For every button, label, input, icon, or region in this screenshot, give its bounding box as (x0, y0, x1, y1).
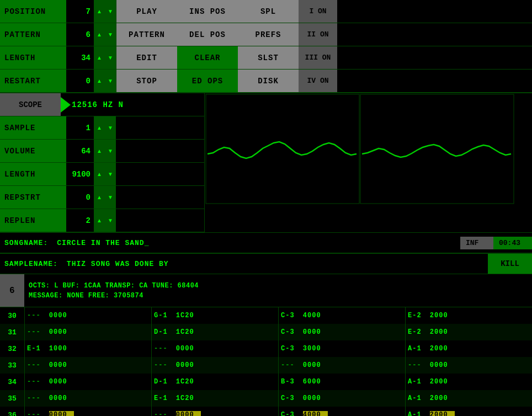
table-row: 35 --- 0000 E-1 1C20 C-3 0000 A-1 2000 (0, 390, 532, 407)
channel-block: --- 0000 (24, 307, 151, 324)
waveform-svg (205, 93, 532, 205)
play-button[interactable]: PLAY (116, 0, 177, 23)
row-num-36: 36 (0, 411, 24, 417)
pattern-up[interactable]: ▲ (94, 23, 105, 46)
table-row: 31 --- 0000 D-1 1C20 C-3 0000 E-2 2000 (0, 324, 532, 340)
channel-block: --- 0000 (24, 374, 151, 390)
row-num-31: 31 (0, 328, 24, 337)
ins-pos-button[interactable]: INS POS (177, 0, 238, 23)
length-up[interactable]: ▲ (94, 46, 105, 69)
channel-block: --- 0000 (405, 357, 532, 374)
channel-block: G-1 1C20 (151, 307, 278, 324)
channel-block: C-3 3000 (278, 340, 405, 357)
sample-down[interactable]: ▼ (105, 116, 116, 139)
volume-value: 64 (66, 140, 94, 162)
position-down[interactable]: ▼ (105, 0, 116, 23)
channel-block: D-1 1C20 (151, 324, 278, 340)
song-name-label: SONGNAME: (0, 237, 52, 249)
main-container: POSITION 7 ▲ ▼ PLAY INS POS SPL I ON PAT… (0, 0, 532, 416)
edit-button[interactable]: EDIT (116, 46, 177, 69)
channel-block: E-1 1C20 (151, 390, 278, 407)
channel-block: C-3 4000 (278, 407, 405, 416)
restart-row: RESTART 0 ▲ ▼ STOP ED OPS DISK IV ON (0, 70, 532, 93)
length-down[interactable]: ▼ (105, 46, 116, 69)
channel-block: --- 0000 (24, 390, 151, 407)
pattern-label: PATTERN (0, 23, 66, 46)
repstrt-down[interactable]: ▼ (105, 186, 116, 209)
channel-block: --- 0000 (24, 357, 151, 374)
scope-hz: 12516 HZ N (61, 98, 135, 111)
sample-up[interactable]: ▲ (94, 116, 105, 139)
pattern-down[interactable]: ▼ (105, 23, 116, 46)
position-label: POSITION (0, 0, 66, 23)
info-line1: OCTS: L BUF: 1CAA TRANSP: CA TUNE: 68404 (29, 282, 199, 290)
table-row: 34 --- 0000 D-1 1C20 B-3 6000 A-1 2000 (0, 374, 532, 390)
repstrt-up[interactable]: ▲ (94, 186, 105, 209)
ed-ops-button[interactable]: ED OPS (177, 70, 238, 92)
del-pos-button[interactable]: DEL POS (177, 23, 238, 46)
restart-spinners: ▲ ▼ (94, 70, 116, 92)
on-btn-2[interactable]: II ON (299, 23, 337, 46)
row-num-32: 32 (0, 345, 24, 353)
spl-button[interactable]: SPL (238, 0, 299, 23)
volume-row: VOLUME 64 ▲ ▼ (0, 140, 204, 163)
repstrt-label: REPSTRT (0, 186, 66, 209)
pattern-value: 6 (66, 23, 94, 46)
sample-controls: SCOPE 12516 HZ N SAMPLE 1 ▲ ▼ VOLUME 64 (0, 93, 204, 232)
on-btn-3[interactable]: III ON (299, 46, 337, 69)
channel-block: --- 0000 (151, 357, 278, 374)
channel-block: --- 0000 (151, 340, 278, 357)
position-up[interactable]: ▲ (94, 0, 105, 23)
disk-button[interactable]: DISK (238, 70, 299, 92)
channel-block: D-1 1C20 (151, 374, 278, 390)
info-text: OCTS: L BUF: 1CAA TRANSP: CA TUNE: 68404… (24, 274, 203, 307)
restart-up[interactable]: ▲ (94, 70, 105, 92)
waveform-area (204, 93, 532, 232)
replen-value: 2 (66, 209, 94, 232)
channel-block: --- 0000 (151, 407, 278, 416)
length-label: LENGTH (0, 46, 66, 69)
channel-block: C-3 0000 (278, 390, 405, 407)
scope-arrow-icon (61, 97, 71, 113)
clear-button[interactable]: CLEAR (177, 46, 238, 69)
table-row: 30 --- 0000 G-1 1C20 C-3 4000 E-2 2000 (0, 307, 532, 324)
replen-down[interactable]: ▼ (105, 209, 116, 232)
sample-length-down[interactable]: ▼ (105, 163, 116, 185)
channel-block: --- 0000 (278, 357, 405, 374)
stop-button[interactable]: STOP (116, 70, 177, 92)
restart-down[interactable]: ▼ (105, 70, 116, 92)
replen-up[interactable]: ▲ (94, 209, 105, 232)
position-spinners: ▲ ▼ (94, 0, 116, 23)
pattern-button[interactable]: PATTERN (116, 23, 177, 46)
channel-block: A-1 2000 (405, 407, 532, 416)
repstrt-row: REPSTRT 0 ▲ ▼ (0, 186, 204, 209)
prefs-button[interactable]: PREFS (238, 23, 299, 46)
sample-length-label: LENGTH (0, 163, 66, 185)
on-btn-1[interactable]: I ON (299, 0, 337, 23)
top-bar: POSITION 7 ▲ ▼ PLAY INS POS SPL I ON PAT… (0, 0, 532, 93)
channel-block: B-3 6000 (278, 374, 405, 390)
replen-label: REPLEN (0, 209, 66, 232)
row-num-30: 30 (0, 312, 24, 320)
channel-block: --- 0000 (24, 324, 151, 340)
sample-value: 1 (66, 116, 94, 139)
inf-label: INF (460, 237, 493, 249)
on-btn-4[interactable]: IV ON (299, 70, 337, 92)
pattern-row: PATTERN 6 ▲ ▼ PATTERN DEL POS PREFS II O… (0, 23, 532, 46)
channel-number: 6 (0, 274, 24, 307)
channel-block: A-1 2000 (405, 390, 532, 407)
volume-up[interactable]: ▲ (94, 140, 105, 162)
channel-block: --- 0000 (24, 407, 151, 416)
slst-button[interactable]: SLST (238, 46, 299, 69)
song-time: 00:43 (493, 237, 532, 249)
song-name-value: CIRCLE IN THE SAND_ (52, 237, 460, 249)
position-row: POSITION 7 ▲ ▼ PLAY INS POS SPL I ON (0, 0, 532, 23)
sample-length-up[interactable]: ▲ (94, 163, 105, 185)
volume-down[interactable]: ▼ (105, 140, 116, 162)
scope-label: SCOPE (0, 93, 61, 116)
kill-button[interactable]: KILL (488, 254, 532, 274)
sample-length-row: LENGTH 9100 ▲ ▼ (0, 163, 204, 186)
channel-block: A-1 2000 (405, 374, 532, 390)
row-num-35: 35 (0, 394, 24, 403)
channel-block: A-1 2000 (405, 340, 532, 357)
